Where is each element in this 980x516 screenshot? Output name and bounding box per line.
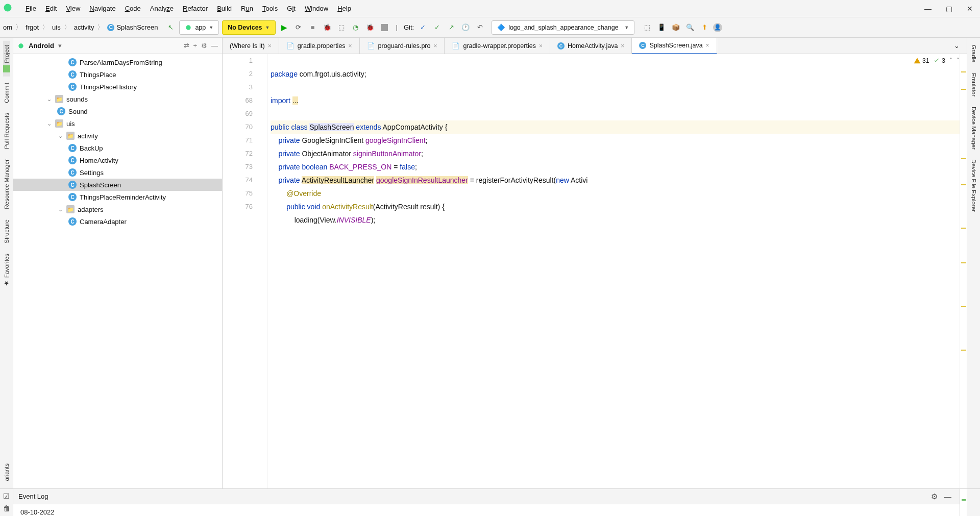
tree-file[interactable]: CThingsPlaceHistory bbox=[13, 81, 222, 93]
rerun-icon[interactable]: ⟳ bbox=[293, 22, 304, 33]
editor-tab[interactable]: CSplashScreen.java× bbox=[632, 38, 717, 54]
device-manager-icon[interactable]: 📱 bbox=[656, 22, 667, 33]
close-tab-icon[interactable]: × bbox=[433, 42, 437, 50]
tree-folder[interactable]: ⌄📁activity bbox=[13, 130, 222, 142]
tree-folder[interactable]: ⌄📁adapters bbox=[13, 203, 222, 215]
breadcrumb-part[interactable]: om bbox=[3, 23, 12, 31]
attach-debugger-icon[interactable]: 🐞 bbox=[364, 22, 376, 33]
event-log-content[interactable]: 08-10-202211:27 AMAndroid Studio Dolphin… bbox=[13, 504, 960, 516]
tree-folder[interactable]: ⌄📁uis bbox=[13, 117, 222, 130]
filter-icon[interactable]: ☑ bbox=[3, 492, 10, 500]
editor-tab[interactable]: (Where Is It)× bbox=[223, 38, 279, 54]
sync-arrow-icon[interactable]: ↖ bbox=[165, 22, 176, 33]
menu-help[interactable]: Help bbox=[333, 3, 355, 14]
left-rail-structure[interactable]: Structure bbox=[4, 215, 10, 248]
git-history-icon[interactable]: 🕐 bbox=[460, 22, 471, 33]
expand-up-icon[interactable]: ˄ bbox=[949, 57, 952, 64]
menu-build[interactable]: Build bbox=[213, 3, 236, 14]
run-config-dropdown[interactable]: app▼ bbox=[179, 20, 219, 35]
updates-icon[interactable]: ⬆ bbox=[699, 22, 710, 33]
apply-changes-icon[interactable]: ≡ bbox=[307, 22, 318, 33]
profile-icon[interactable]: ◔ bbox=[350, 22, 361, 33]
left-rail-build-variants[interactable]: ariants bbox=[4, 459, 10, 485]
close-tab-icon[interactable]: × bbox=[706, 42, 709, 49]
editor-tab[interactable]: 📄gradle-wrapper.properties× bbox=[445, 38, 550, 54]
menu-navigate[interactable]: Navigate bbox=[85, 3, 119, 14]
settings-gear-icon[interactable]: ⚙ bbox=[201, 42, 207, 50]
expand-all-icon[interactable]: ⇄ bbox=[184, 42, 189, 50]
menu-refactor[interactable]: Refactor bbox=[179, 3, 212, 14]
right-rail-emulator[interactable]: Emulator bbox=[971, 69, 977, 101]
code-editor[interactable]: 123686970717273747576 package com.frgot.… bbox=[223, 54, 967, 488]
menu-run[interactable]: Run bbox=[237, 3, 257, 14]
user-avatar[interactable]: 👤 bbox=[713, 23, 722, 32]
menu-edit[interactable]: Edit bbox=[41, 3, 61, 14]
git-commit-icon[interactable]: ✓ bbox=[431, 22, 443, 33]
left-rail-favorites[interactable]: ★Favorites bbox=[3, 250, 10, 291]
menu-file[interactable]: FFileile bbox=[21, 3, 40, 14]
tree-file[interactable]: CThingsPlaceReminderActivity bbox=[13, 191, 222, 203]
hide-icon[interactable]: — bbox=[211, 42, 218, 50]
close-tab-icon[interactable]: × bbox=[539, 42, 543, 50]
breadcrumb-part[interactable]: frgot bbox=[26, 23, 39, 31]
left-rail-commit[interactable]: Commit bbox=[4, 79, 10, 107]
tree-file[interactable]: CSettings bbox=[13, 166, 222, 179]
breadcrumb-part[interactable]: uis bbox=[52, 23, 61, 31]
debug-icon[interactable]: 🐞 bbox=[322, 22, 333, 33]
close-icon[interactable]: ✕ bbox=[967, 5, 973, 13]
ok-indicator[interactable]: 3 bbox=[933, 57, 945, 64]
project-view-mode[interactable]: Android bbox=[29, 42, 54, 50]
menu-git[interactable]: Git bbox=[283, 3, 300, 14]
menu-window[interactable]: Window bbox=[301, 3, 332, 14]
coverage-icon[interactable]: ⬚ bbox=[336, 22, 347, 33]
tree-folder[interactable]: ⌄📁sounds bbox=[13, 93, 222, 105]
git-update-icon[interactable]: ✓ bbox=[417, 22, 428, 33]
device-dropdown[interactable]: No Devices▼ bbox=[222, 20, 275, 35]
tree-file[interactable]: CSound bbox=[13, 105, 222, 117]
left-rail-project[interactable]: Project bbox=[3, 41, 10, 77]
editor-tab[interactable]: 📄proguard-rules.pro× bbox=[360, 38, 445, 54]
code-content[interactable]: package com.frgot.uis.activity; import .… bbox=[267, 54, 960, 488]
right-rail-device-file-explorer[interactable]: Device File Explorer bbox=[971, 155, 977, 216]
right-rail-device-manager[interactable]: Device Manager bbox=[971, 103, 977, 154]
maximize-icon[interactable]: ▢ bbox=[946, 5, 952, 13]
editor-tab[interactable]: 📄gradle.properties× bbox=[279, 38, 360, 54]
settings-gear-icon[interactable]: ⚙ bbox=[928, 492, 941, 501]
minimize-icon[interactable]: — bbox=[924, 5, 932, 13]
more-tabs-icon[interactable]: ⌄ bbox=[947, 38, 967, 54]
collapse-all-icon[interactable]: ÷ bbox=[193, 42, 197, 50]
search-everywhere-icon[interactable]: 🔍 bbox=[684, 22, 696, 33]
close-tab-icon[interactable]: × bbox=[621, 42, 624, 50]
left-rail-resource-manager[interactable]: Resource Manager bbox=[4, 155, 10, 213]
tree-file[interactable]: CBackUp bbox=[13, 142, 222, 154]
git-branch-dropdown[interactable]: 🔷 logo_and_splash_appearance_change▼ bbox=[492, 20, 634, 35]
hide-icon[interactable]: — bbox=[941, 492, 954, 501]
warnings-indicator[interactable]: 31 bbox=[914, 57, 929, 64]
git-push-icon[interactable]: ↗ bbox=[446, 22, 457, 33]
run-button-icon[interactable]: ▶ bbox=[279, 22, 290, 33]
editor-tab[interactable]: CHomeActivity.java× bbox=[550, 38, 632, 54]
menu-tools[interactable]: Tools bbox=[258, 3, 282, 14]
menu-analyze[interactable]: Analyze bbox=[146, 3, 178, 14]
sdk-manager-icon[interactable]: 📦 bbox=[670, 22, 681, 33]
menu-view[interactable]: View bbox=[62, 3, 84, 14]
avd-manager-icon[interactable]: ⬚ bbox=[642, 22, 653, 33]
tree-file[interactable]: CParseAlarmDaysFromString bbox=[13, 56, 222, 68]
project-tree[interactable]: CParseAlarmDaysFromStringCThingsPlaceCTh… bbox=[13, 54, 222, 488]
trash-icon[interactable]: 🗑 bbox=[3, 504, 10, 512]
breadcrumb-current[interactable]: CSplashScreen bbox=[107, 23, 158, 31]
right-rail-gradle[interactable]: Gradle bbox=[971, 41, 977, 67]
chevron-down-icon[interactable]: ▾ bbox=[58, 42, 62, 50]
breadcrumb-part[interactable]: activity bbox=[74, 23, 94, 31]
menu-code[interactable]: Code bbox=[121, 3, 145, 14]
tree-file[interactable]: CThingsPlace bbox=[13, 68, 222, 81]
minimap[interactable] bbox=[960, 54, 967, 488]
left-rail-pull-requests[interactable]: Pull Requests bbox=[4, 109, 10, 153]
tree-file[interactable]: CHomeActivity bbox=[13, 154, 222, 166]
stop-icon[interactable] bbox=[379, 22, 390, 33]
tree-file[interactable]: CCameraAdapter bbox=[13, 215, 222, 228]
close-tab-icon[interactable]: × bbox=[349, 42, 352, 50]
tree-file[interactable]: CSplashScreen bbox=[13, 179, 222, 191]
git-rollback-icon[interactable]: ↶ bbox=[474, 22, 485, 33]
close-tab-icon[interactable]: × bbox=[268, 42, 272, 50]
